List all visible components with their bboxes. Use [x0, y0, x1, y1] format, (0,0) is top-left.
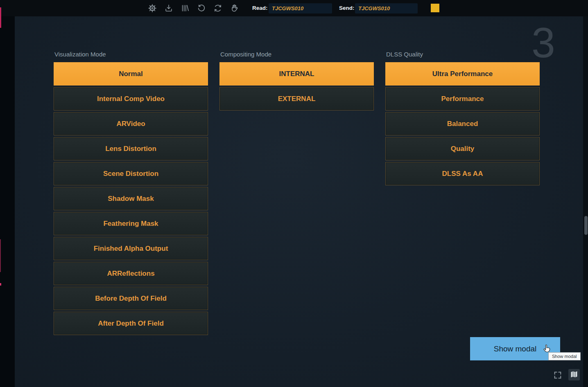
history-icon[interactable] — [197, 4, 206, 13]
gear-icon[interactable] — [147, 4, 157, 13]
option-quality[interactable]: Quality — [385, 137, 540, 160]
group-label: Visualization Mode — [54, 50, 208, 59]
glitch-artifact — [0, 283, 1, 286]
option-shadow-mask[interactable]: Shadow Mask — [54, 187, 208, 210]
fullscreen-icon — [553, 375, 562, 381]
left-edge-strip — [0, 16, 15, 387]
option-feathering-mask[interactable]: Feathering Mask — [54, 212, 208, 235]
option-arvideo[interactable]: ARVideo — [54, 112, 208, 135]
show-modal-tooltip: Show modal — [548, 352, 581, 360]
option-internal[interactable]: INTERNAL — [219, 62, 374, 86]
read-label: Read: — [252, 0, 268, 16]
fullscreen-button[interactable] — [553, 371, 563, 380]
read-field — [269, 3, 332, 14]
option-balanced[interactable]: Balanced — [385, 112, 540, 135]
option-arreflections[interactable]: ARReflections — [54, 262, 208, 285]
option-after-depth-of-field[interactable]: After Depth Of Field — [54, 312, 208, 335]
scrollbar-thumb[interactable] — [584, 216, 588, 235]
option-ultra-performance[interactable]: Ultra Performance — [385, 62, 540, 86]
download-icon[interactable] — [164, 4, 173, 13]
option-scene-distortion[interactable]: Scene Distortion — [54, 162, 208, 185]
status-indicator — [431, 4, 439, 12]
option-before-depth-of-field[interactable]: Before Depth Of Field — [54, 287, 208, 310]
refresh-icon[interactable] — [213, 4, 222, 13]
group-compositing-mode: Compositing ModeINTERNALEXTERNAL — [219, 50, 374, 112]
group-dlss-quality: DLSS QualityUltra PerformancePerformance… — [385, 50, 540, 187]
send-field — [355, 3, 418, 14]
glitch-artifact — [0, 7, 1, 28]
read-input[interactable] — [269, 3, 332, 14]
option-finished-alpha-output[interactable]: Finished Alpha Output — [54, 237, 208, 260]
map-button[interactable] — [568, 369, 580, 380]
map-icon — [570, 370, 578, 380]
glitch-artifact — [0, 239, 1, 272]
option-normal[interactable]: Normal — [54, 62, 208, 86]
group-label: Compositing Mode — [219, 50, 374, 59]
option-external[interactable]: EXTERNAL — [219, 87, 374, 110]
toolbar-icon-group — [147, 0, 239, 16]
group-label: DLSS Quality — [385, 50, 540, 59]
pan-hand-icon[interactable] — [229, 4, 239, 13]
option-lens-distortion[interactable]: Lens Distortion — [54, 137, 208, 160]
option-dlss-as-aa[interactable]: DLSS As AA — [385, 162, 540, 185]
show-modal-button[interactable]: Show modal — [470, 337, 560, 360]
toolbar: Read: Send: — [0, 0, 588, 16]
library-icon[interactable] — [180, 4, 190, 13]
send-input[interactable] — [355, 3, 418, 14]
main-panel: 3 Visualization ModeNormalInternal Comp … — [15, 16, 583, 387]
send-label: Send: — [339, 0, 355, 16]
option-performance[interactable]: Performance — [385, 87, 540, 110]
option-internal-comp-video[interactable]: Internal Comp Video — [54, 87, 208, 110]
right-edge-strip — [583, 16, 588, 387]
group-visualization-mode: Visualization ModeNormalInternal Comp Vi… — [54, 50, 208, 337]
